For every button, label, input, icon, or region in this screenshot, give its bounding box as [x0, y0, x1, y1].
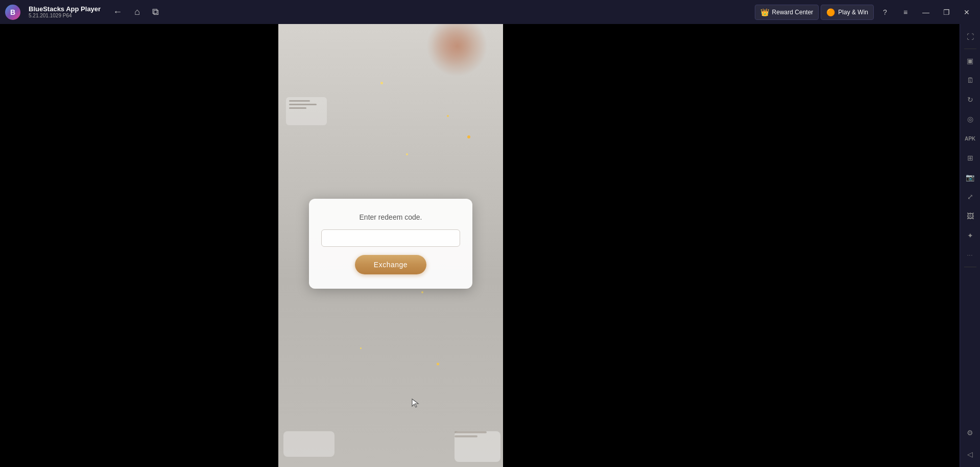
titlebar: B BlueStacks App Player 5.21.201.1029 P6…	[0, 0, 980, 24]
game-viewport[interactable]: Enter redeem code. Exchange	[278, 0, 503, 467]
refresh-icon[interactable]: ↻	[962, 91, 979, 108]
redeem-code-input[interactable]	[321, 229, 460, 247]
more-icon[interactable]: ···	[962, 246, 979, 264]
cursor-indicator	[411, 398, 421, 408]
close-button[interactable]: ✕	[958, 3, 976, 21]
resize-icon[interactable]: ⤢	[962, 188, 979, 205]
game-area: Enter redeem code. Exchange	[0, 0, 980, 467]
wand-icon[interactable]: ✦	[962, 227, 979, 244]
titlebar-nav: ← ⌂ ⧉	[111, 5, 161, 19]
screenshot-icon[interactable]: 📷	[962, 169, 979, 186]
back-arrow-icon[interactable]: ◁	[962, 446, 979, 463]
restore-button[interactable]: ❐	[937, 3, 955, 21]
exchange-button[interactable]: Exchange	[355, 255, 426, 274]
crown-icon: 👑	[760, 8, 769, 16]
restore-icon: ❐	[943, 8, 950, 16]
home-button[interactable]: ⌂	[132, 5, 142, 19]
calendar-icon[interactable]: 🗓	[962, 72, 979, 89]
close-icon: ✕	[964, 8, 970, 16]
redeem-dialog: Enter redeem code. Exchange	[309, 199, 472, 289]
help-icon: ?	[883, 8, 887, 16]
play-win-button[interactable]: 🟠 Play & Win	[821, 5, 874, 20]
coin-icon: 🟠	[826, 8, 835, 16]
settings-icon[interactable]: ⚙	[962, 424, 979, 441]
app-title-block: BlueStacks App Player 5.21.201.1029 P64	[26, 5, 101, 19]
location-icon[interactable]: ◎	[962, 110, 979, 128]
dialog-overlay: Enter redeem code. Exchange	[278, 0, 503, 467]
apk-icon[interactable]: ⊞	[962, 149, 979, 167]
image-icon[interactable]: 🖼	[962, 207, 979, 225]
minimize-icon: —	[922, 8, 929, 16]
app-logo: B	[0, 0, 26, 24]
dialog-title: Enter redeem code.	[360, 213, 422, 221]
reward-center-button[interactable]: 👑 Reward Center	[755, 5, 819, 20]
logo-text: B	[10, 8, 15, 16]
menu-button[interactable]: ≡	[896, 3, 915, 21]
sidebar-divider-2	[964, 267, 976, 267]
right-sidebar: ⛶ ▣ 🗓 ↻ ◎ APK ⊞ 📷 ⤢ 🖼 ✦ ··· ⚙ ◁	[960, 24, 980, 467]
reward-center-label: Reward Center	[772, 9, 814, 16]
minimize-button[interactable]: —	[917, 3, 935, 21]
multi-instance-button[interactable]: ⧉	[150, 5, 161, 19]
sidebar-divider-1	[964, 49, 976, 49]
expand-icon[interactable]: ⛶	[962, 28, 979, 45]
logo-circle: B	[5, 5, 20, 20]
help-button[interactable]: ?	[876, 3, 894, 21]
play-win-label: Play & Win	[838, 9, 868, 16]
svg-marker-0	[412, 399, 418, 407]
menu-icon: ≡	[903, 8, 907, 16]
layers-icon[interactable]: ▣	[962, 52, 979, 69]
titlebar-right: 👑 Reward Center 🟠 Play & Win ? ≡ — ❐ ✕	[755, 3, 980, 21]
app-name: BlueStacks App Player	[29, 5, 101, 13]
app-version: 5.21.201.1029 P64	[29, 13, 101, 19]
keyboard-icon[interactable]: APK	[962, 130, 979, 147]
back-button[interactable]: ←	[111, 5, 124, 19]
